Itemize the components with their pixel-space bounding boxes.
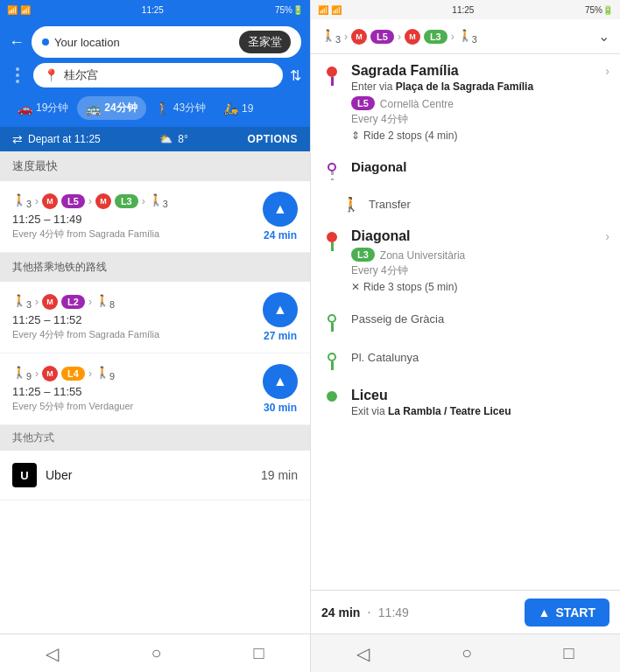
route-item-best[interactable]: 🚶3 › M L5 › M L3 › 🚶3 11:25 – 11:49 Ever… (0, 181, 310, 253)
arrow-l4-1: › (35, 368, 39, 380)
uber-logo: U (12, 463, 37, 487)
rh-walk-start: 🚶3 (321, 29, 341, 45)
rh-metro1: M (351, 29, 367, 45)
sagrada-line-info: L5 Cornellà Centre (351, 96, 609, 110)
recents-nav-right[interactable]: □ (564, 643, 574, 663)
badge-l5: L5 (61, 194, 85, 208)
nav-arrow-l4[interactable]: ▲ (263, 364, 298, 399)
route-badges-l4: 🚶9 › M L4 › 🚶9 (12, 366, 263, 382)
stop-line-v-sagrada (331, 77, 334, 86)
stop-content-passeig: Passeig de Gràcia (351, 311, 609, 326)
stop-line-sagrada (321, 63, 342, 86)
right-panel: 📶 📶 11:25 75%🔋 🚶3 › M L5 › M L3 › 🚶3 ⌄ (310, 0, 620, 672)
back-button[interactable]: ← (9, 33, 25, 52)
chevron-down-icon[interactable]: ⌄ (598, 28, 609, 45)
walk-start-l2: 🚶3 (12, 294, 32, 310)
weather-info: ⛅ 8° (159, 133, 187, 145)
battery-right: 75%🔋 (585, 5, 613, 15)
stop-content-diagonal-l5: Diagonal (351, 159, 609, 175)
signal-left: 📶 📶 (7, 5, 31, 15)
sagrada-arrow[interactable]: › (605, 64, 609, 78)
arrow2: › (88, 195, 92, 207)
swap-button[interactable]: ⇅ (290, 67, 301, 84)
sagrada-sub: Enter via Plaça de la Sagrada Família (351, 80, 609, 93)
diagonal-l3-name: Diagonal (351, 228, 411, 244)
start-button[interactable]: ▲ START (525, 598, 609, 626)
weather-icon: ⛅ (159, 133, 173, 145)
stop-diagonal-l3: Diagonal › L3 Zona Universitària Every 4… (311, 220, 620, 302)
route-time-l4: 11:25 – 11:55 (12, 385, 263, 398)
stop-line-liceu (321, 388, 342, 402)
tab-car[interactable]: 🚗 19分钟 (9, 96, 77, 120)
origin-text: Your location (54, 36, 234, 49)
home-nav-right[interactable]: ○ (461, 643, 472, 663)
route-header-badges: 🚶3 › M L5 › M L3 › 🚶3 (321, 29, 593, 45)
destination-input[interactable]: 📍 桂尔宫 (33, 63, 283, 88)
stop-plcat: Pl. Catalunya (311, 340, 620, 379)
header-blue: ← Your location 圣家堂 📍 桂尔宫 ⇅ (0, 19, 310, 96)
transport-tabs: 🚗 19分钟 🚌 24分钟 🚶 43分钟 🛵 19 (0, 96, 310, 127)
home-nav-left[interactable]: ○ (151, 643, 161, 663)
separator-dot: · (367, 605, 370, 620)
start-arrow-icon: ▲ (539, 606, 551, 620)
sagrada-ride-text: Ride 2 stops (4 min) (363, 130, 457, 142)
start-label: START (555, 606, 595, 620)
depart-left: ⇄ Depart at 11:25 (12, 132, 101, 146)
stop-line-diagonal-l5 (321, 159, 342, 180)
other-methods-label: 其他方式 (0, 425, 310, 451)
time-left: 11:25 (142, 5, 164, 15)
arrow-l4-2: › (88, 368, 92, 380)
best-label: 速度最快 (0, 151, 310, 181)
temperature: 8° (178, 133, 187, 145)
bottom-nav-left: ◁ ○ □ (0, 634, 310, 672)
depart-bar: ⇄ Depart at 11:25 ⛅ 8° OPTIONS (0, 127, 310, 151)
depart-icon: ⇄ (12, 132, 23, 146)
rh-badge-l3: L3 (424, 30, 447, 44)
back-nav-right[interactable]: ◁ (356, 643, 370, 664)
nav-arrow-best[interactable]: ▲ (263, 192, 298, 227)
arrow1: › (35, 195, 39, 207)
nav-arrow-l2[interactable]: ▲ (263, 292, 298, 327)
route-item-info-best: 🚶3 › M L5 › M L3 › 🚶3 11:25 – 11:49 Ever… (12, 193, 263, 241)
ride-icon-sagrada: ⇕ (351, 130, 360, 142)
uber-item[interactable]: U Uber 19 min (0, 451, 310, 500)
rh-arrow2: › (398, 31, 401, 43)
stop-dot-plcat (328, 353, 336, 361)
route-list: 速度最快 🚶3 › M L5 › M L3 › 🚶3 11:25 – 11:49… (0, 151, 310, 634)
options-button[interactable]: OPTIONS (247, 133, 298, 145)
route-item-l4[interactable]: 🚶9 › M L4 › 🚶9 11:25 – 11:55 Every 5分钟 f… (0, 354, 310, 425)
back-nav-left[interactable]: ◁ (46, 643, 59, 664)
arrow3: › (142, 195, 145, 207)
dot3 (16, 80, 19, 83)
stop-line-v-passeig (331, 323, 334, 332)
diagonal-l3-freq: Every 4分钟 (351, 263, 609, 278)
route-item-l2[interactable]: 🚶3 › M L2 › 🚶8 11:25 – 11:52 Every 4分钟 f… (0, 282, 310, 354)
other-metro-label: 其他搭乘地铁的路线 (0, 253, 310, 282)
uber-label: Uber (46, 468, 72, 482)
rh-badge-l5: L5 (370, 30, 394, 44)
route-detail: Sagrada Família › Enter via Plaça de la … (311, 54, 620, 590)
stop-passeig: Passeig de Gràcia (311, 302, 620, 340)
route-duration-l2: ▲ 27 min (263, 292, 298, 342)
route-item-info-l2: 🚶3 › M L2 › 🚶8 11:25 – 11:52 Every 4分钟 f… (12, 294, 263, 341)
transfer-icon: 🚶‍ (342, 196, 360, 213)
stop-content-diagonal-l3: Diagonal › L3 Zona Universitària Every 4… (351, 228, 609, 293)
tab-transit[interactable]: 🚌 24分钟 (77, 96, 145, 120)
liceu-name: Liceu (351, 388, 388, 402)
badge-l3: L3 (115, 194, 138, 208)
destination-chip[interactable]: 圣家堂 (239, 31, 291, 53)
stop-content-plcat: Pl. Catalunya (351, 349, 609, 365)
tab-moto[interactable]: 🛵 19 (215, 97, 262, 120)
diagonal-l3-arrow[interactable]: › (605, 229, 609, 243)
origin-input[interactable]: Your location 圣家堂 (32, 26, 301, 58)
battery-left: 75%🔋 (275, 5, 303, 15)
destination-row: 📍 桂尔宫 ⇅ (9, 63, 301, 88)
status-bar-right: 📶 📶 11:25 75%🔋 (311, 0, 620, 19)
passeig-name: Passeig de Gràcia (351, 312, 444, 326)
recents-nav-left[interactable]: □ (253, 643, 264, 663)
time-right: 11:25 (452, 5, 474, 15)
arrival-time: 11:49 (378, 606, 409, 620)
tab-walk[interactable]: 🚶 43分钟 (146, 96, 215, 120)
route-freq-best: Every 4分钟 from Sagrada Família (12, 228, 263, 241)
rh-arrow1: › (344, 31, 348, 43)
